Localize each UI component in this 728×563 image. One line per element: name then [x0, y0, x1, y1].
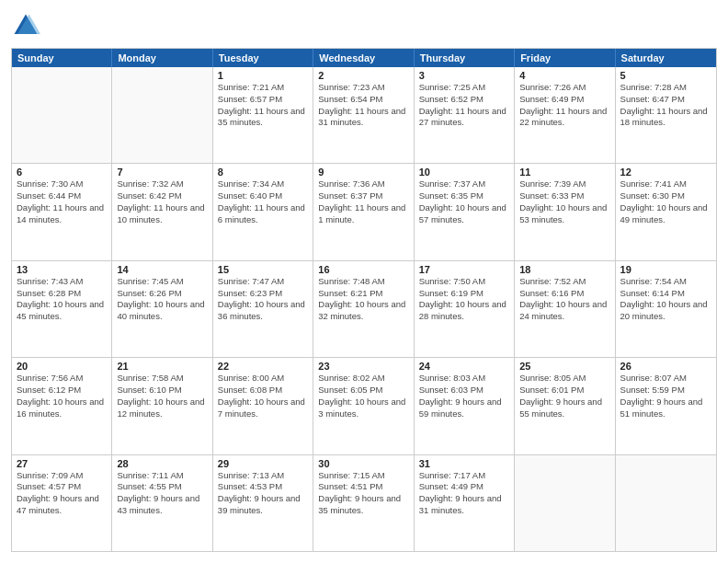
cell-info: Sunrise: 7:32 AM Sunset: 6:42 PM Dayligh… [117, 178, 207, 225]
calendar-cell [515, 455, 615, 551]
day-number: 31 [419, 458, 509, 469]
calendar-row: 6Sunrise: 7:30 AM Sunset: 6:44 PM Daylig… [12, 163, 716, 259]
day-number: 5 [620, 70, 711, 81]
cell-info: Sunrise: 7:21 AM Sunset: 6:57 PM Dayligh… [218, 82, 308, 129]
day-number: 26 [620, 361, 711, 372]
calendar-cell: 8Sunrise: 7:34 AM Sunset: 6:40 PM Daylig… [213, 164, 313, 259]
day-number: 27 [17, 458, 107, 469]
cell-info: Sunrise: 7:25 AM Sunset: 6:52 PM Dayligh… [419, 82, 509, 129]
calendar-cell: 27Sunrise: 7:09 AM Sunset: 4:57 PM Dayli… [12, 455, 112, 551]
day-number: 10 [419, 167, 509, 178]
calendar-cell: 15Sunrise: 7:47 AM Sunset: 6:23 PM Dayli… [213, 261, 313, 357]
cell-info: Sunrise: 8:02 AM Sunset: 6:05 PM Dayligh… [318, 373, 408, 419]
day-number: 13 [17, 264, 107, 275]
calendar-header: SundayMondayTuesdayWednesdayThursdayFrid… [12, 49, 716, 67]
cell-info: Sunrise: 7:36 AM Sunset: 6:37 PM Dayligh… [318, 178, 408, 225]
calendar: SundayMondayTuesdayWednesdayThursdayFrid… [11, 48, 717, 552]
calendar-cell: 19Sunrise: 7:54 AM Sunset: 6:14 PM Dayli… [616, 261, 716, 357]
calendar-cell: 9Sunrise: 7:36 AM Sunset: 6:37 PM Daylig… [313, 164, 414, 259]
cell-info: Sunrise: 7:34 AM Sunset: 6:40 PM Dayligh… [218, 178, 308, 225]
calendar-cell: 26Sunrise: 8:07 AM Sunset: 5:59 PM Dayli… [616, 358, 716, 454]
calendar-cell: 14Sunrise: 7:45 AM Sunset: 6:26 PM Dayli… [112, 261, 212, 357]
weekday-header: Thursday [415, 49, 515, 67]
day-number: 18 [519, 264, 609, 275]
day-number: 19 [620, 264, 711, 275]
calendar-cell: 21Sunrise: 7:58 AM Sunset: 6:10 PM Dayli… [112, 358, 212, 454]
day-number: 6 [17, 167, 107, 178]
weekday-header: Wednesday [313, 49, 414, 67]
day-number: 24 [419, 361, 509, 372]
calendar-cell [616, 455, 716, 551]
calendar-cell: 5Sunrise: 7:28 AM Sunset: 6:47 PM Daylig… [616, 67, 716, 163]
day-number: 12 [620, 167, 711, 178]
cell-info: Sunrise: 7:26 AM Sunset: 6:49 PM Dayligh… [519, 82, 609, 129]
weekday-header: Sunday [12, 49, 112, 67]
day-number: 7 [117, 167, 207, 178]
cell-info: Sunrise: 7:52 AM Sunset: 6:16 PM Dayligh… [519, 276, 609, 323]
day-number: 14 [117, 264, 207, 275]
day-number: 1 [218, 70, 308, 81]
weekday-header: Tuesday [213, 49, 313, 67]
calendar-cell: 31Sunrise: 7:17 AM Sunset: 4:49 PM Dayli… [415, 455, 515, 551]
cell-info: Sunrise: 8:00 AM Sunset: 6:08 PM Dayligh… [218, 373, 308, 419]
day-number: 25 [519, 361, 609, 372]
day-number: 21 [117, 361, 207, 372]
calendar-cell: 11Sunrise: 7:39 AM Sunset: 6:33 PM Dayli… [515, 164, 615, 259]
day-number: 22 [218, 361, 308, 372]
calendar-cell: 3Sunrise: 7:25 AM Sunset: 6:52 PM Daylig… [415, 67, 515, 163]
calendar-cell: 4Sunrise: 7:26 AM Sunset: 6:49 PM Daylig… [515, 67, 615, 163]
calendar-cell: 16Sunrise: 7:48 AM Sunset: 6:21 PM Dayli… [313, 261, 414, 357]
cell-info: Sunrise: 7:30 AM Sunset: 6:44 PM Dayligh… [17, 178, 107, 225]
day-number: 2 [318, 70, 408, 81]
day-number: 8 [218, 167, 308, 178]
calendar-cell [12, 67, 112, 163]
calendar-cell: 24Sunrise: 8:03 AM Sunset: 6:03 PM Dayli… [415, 358, 515, 454]
cell-info: Sunrise: 7:47 AM Sunset: 6:23 PM Dayligh… [218, 276, 308, 323]
cell-info: Sunrise: 7:28 AM Sunset: 6:47 PM Dayligh… [620, 82, 711, 129]
cell-info: Sunrise: 7:56 AM Sunset: 6:12 PM Dayligh… [17, 373, 107, 419]
calendar-row: 27Sunrise: 7:09 AM Sunset: 4:57 PM Dayli… [12, 454, 716, 551]
day-number: 16 [318, 264, 408, 275]
calendar-cell: 18Sunrise: 7:52 AM Sunset: 6:16 PM Dayli… [515, 261, 615, 357]
calendar-cell: 2Sunrise: 7:23 AM Sunset: 6:54 PM Daylig… [313, 67, 414, 163]
day-number: 28 [117, 458, 207, 469]
cell-info: Sunrise: 7:43 AM Sunset: 6:28 PM Dayligh… [17, 276, 107, 323]
cell-info: Sunrise: 7:41 AM Sunset: 6:30 PM Dayligh… [620, 178, 711, 225]
cell-info: Sunrise: 7:45 AM Sunset: 6:26 PM Dayligh… [117, 276, 207, 323]
cell-info: Sunrise: 8:03 AM Sunset: 6:03 PM Dayligh… [419, 373, 509, 419]
day-number: 20 [17, 361, 107, 372]
calendar-cell: 12Sunrise: 7:41 AM Sunset: 6:30 PM Dayli… [616, 164, 716, 259]
day-number: 11 [519, 167, 609, 178]
calendar-cell: 20Sunrise: 7:56 AM Sunset: 6:12 PM Dayli… [12, 358, 112, 454]
cell-info: Sunrise: 7:13 AM Sunset: 4:53 PM Dayligh… [218, 470, 308, 517]
calendar-cell: 29Sunrise: 7:13 AM Sunset: 4:53 PM Dayli… [213, 455, 313, 551]
weekday-header: Monday [112, 49, 212, 67]
day-number: 17 [419, 264, 509, 275]
calendar-cell: 22Sunrise: 8:00 AM Sunset: 6:08 PM Dayli… [213, 358, 313, 454]
cell-info: Sunrise: 7:23 AM Sunset: 6:54 PM Dayligh… [318, 82, 408, 129]
calendar-cell: 7Sunrise: 7:32 AM Sunset: 6:42 PM Daylig… [112, 164, 212, 259]
calendar-cell: 23Sunrise: 8:02 AM Sunset: 6:05 PM Dayli… [313, 358, 414, 454]
calendar-cell: 13Sunrise: 7:43 AM Sunset: 6:28 PM Dayli… [12, 261, 112, 357]
day-number: 15 [218, 264, 308, 275]
weekday-header: Saturday [616, 49, 716, 67]
cell-info: Sunrise: 7:50 AM Sunset: 6:19 PM Dayligh… [419, 276, 509, 323]
cell-info: Sunrise: 8:05 AM Sunset: 6:01 PM Dayligh… [519, 373, 609, 419]
day-number: 30 [318, 458, 408, 469]
day-number: 4 [519, 70, 609, 81]
day-number: 23 [318, 361, 408, 372]
day-number: 29 [218, 458, 308, 469]
calendar-body: 1Sunrise: 7:21 AM Sunset: 6:57 PM Daylig… [12, 67, 716, 551]
cell-info: Sunrise: 7:39 AM Sunset: 6:33 PM Dayligh… [519, 178, 609, 225]
cell-info: Sunrise: 7:58 AM Sunset: 6:10 PM Dayligh… [117, 373, 207, 419]
calendar-row: 1Sunrise: 7:21 AM Sunset: 6:57 PM Daylig… [12, 67, 716, 163]
calendar-cell: 10Sunrise: 7:37 AM Sunset: 6:35 PM Dayli… [415, 164, 515, 259]
cell-info: Sunrise: 7:54 AM Sunset: 6:14 PM Dayligh… [620, 276, 711, 323]
calendar-row: 20Sunrise: 7:56 AM Sunset: 6:12 PM Dayli… [12, 357, 716, 454]
cell-info: Sunrise: 7:11 AM Sunset: 4:55 PM Dayligh… [117, 470, 207, 517]
cell-info: Sunrise: 7:09 AM Sunset: 4:57 PM Dayligh… [17, 470, 107, 517]
calendar-cell [112, 67, 212, 163]
calendar-cell: 30Sunrise: 7:15 AM Sunset: 4:51 PM Dayli… [313, 455, 414, 551]
calendar-cell: 25Sunrise: 8:05 AM Sunset: 6:01 PM Dayli… [515, 358, 615, 454]
calendar-cell: 17Sunrise: 7:50 AM Sunset: 6:19 PM Dayli… [415, 261, 515, 357]
